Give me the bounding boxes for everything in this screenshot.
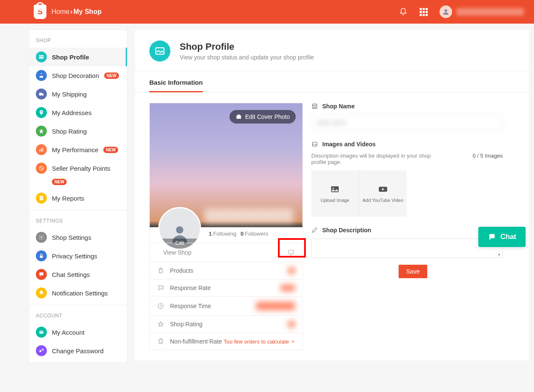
sidebar-section-settings: SETTINGS [29, 218, 127, 228]
images-hint: Description images will be displayed in … [311, 153, 438, 165]
cover-photo: Edit Cover Photo Edit [150, 103, 302, 227]
sidebar-item-label: My Shipping [52, 91, 87, 98]
clipboard-icon [157, 338, 165, 345]
chat-fab-button[interactable]: Chat [478, 227, 526, 247]
sidebar-item-label: Shop Rating [52, 128, 87, 135]
shop-name-label: Shop Name [311, 103, 515, 110]
svg-rect-7 [42, 148, 43, 151]
tabs-bar: Basic Information [135, 71, 529, 93]
chat-icon [36, 269, 47, 280]
gear-icon [36, 232, 47, 243]
sidebar-item-label: My Reports [52, 195, 84, 202]
sidebar-item-shop-settings[interactable]: Shop Settings [29, 228, 127, 247]
sidebar-item-label: Shop Settings [52, 234, 91, 241]
page-header: Shop Profile View your shop status and u… [135, 30, 529, 71]
svg-rect-6 [41, 149, 42, 152]
breadcrumb: Home › My Shop [51, 8, 102, 16]
breadcrumb-home[interactable]: Home [51, 8, 70, 16]
pencil-icon [311, 227, 318, 234]
shop-description-input[interactable]: ▴▾ [311, 239, 503, 258]
products-icon [157, 267, 165, 274]
sidebar-item-label: Seller Penalty Points [52, 165, 110, 172]
bell-settings-icon [36, 287, 47, 298]
penalty-icon [36, 163, 47, 174]
svg-point-22 [333, 188, 334, 189]
sidebar-item-label: Shop Decoration [52, 72, 99, 79]
add-youtube-button[interactable]: Add YouTube Video [359, 170, 407, 217]
sidebar-item-chat-settings[interactable]: Chat Settings [29, 265, 127, 284]
sidebar-item-shop-profile[interactable]: Shop Profile [29, 48, 127, 66]
svg-point-13 [39, 350, 41, 352]
shop-rating-value-redacted [288, 321, 295, 328]
apps-grid-icon[interactable] [419, 8, 428, 16]
youtube-icon [378, 184, 388, 194]
sidebar-section-account: ACCOUNT [29, 313, 127, 323]
camera-icon [235, 113, 242, 120]
svg-point-3 [42, 95, 43, 96]
new-badge: NEW [52, 179, 67, 185]
sidebar-item-label: Privacy Settings [52, 252, 97, 260]
sidebar-item-label: Chat Settings [52, 271, 90, 278]
sidebar-item-label: Change Password [52, 347, 104, 354]
lock-icon [36, 250, 47, 261]
sidebar-item-my-performance[interactable]: My Performance NEW [29, 140, 127, 159]
chat-stat-icon [157, 285, 165, 291]
svg-point-10 [40, 236, 42, 238]
username-redacted [456, 8, 524, 16]
monitor-icon [287, 249, 295, 256]
products-value-redacted [288, 267, 295, 274]
star-icon [157, 321, 165, 328]
svg-rect-12 [39, 331, 43, 334]
stat-products: Products [150, 262, 302, 279]
sidebar-item-privacy-settings[interactable]: Privacy Settings [29, 247, 127, 265]
clock-icon [157, 303, 165, 309]
sidebar-item-my-account[interactable]: My Account [29, 323, 127, 341]
sidebar-item-my-shipping[interactable]: My Shipping [29, 85, 127, 103]
breadcrumb-current: My Shop [73, 8, 102, 16]
page-subtitle: View your shop status and update your sh… [180, 54, 314, 61]
chat-bubble-icon [488, 233, 496, 241]
view-shop-row: View Shop [150, 243, 302, 262]
svg-rect-19 [159, 339, 162, 344]
decoration-icon [36, 70, 47, 81]
tab-basic-information[interactable]: Basic Information [149, 79, 203, 92]
image-icon [330, 184, 340, 194]
stat-nfr: Non-fulfillment Rate Too few orders to c… [150, 333, 302, 350]
avatar-icon [440, 5, 452, 18]
upload-image-button[interactable]: Upload Image [311, 170, 359, 217]
chevron-right-icon: › [70, 8, 73, 16]
sidebar-item-my-reports[interactable]: My Reports [29, 189, 127, 207]
sidebar-item-shop-decoration[interactable]: Shop Decoration NEW [29, 66, 127, 85]
address-icon [36, 107, 47, 118]
sidebar-item-label: Shop Profile [52, 54, 89, 61]
sidebar-item-my-addresses[interactable]: My Addresses [29, 103, 127, 122]
upload-box: Upload Image Add YouTube Video [311, 170, 407, 217]
account-menu[interactable] [440, 5, 524, 18]
view-shop-label: View Shop [163, 249, 191, 256]
preview-desktop-button[interactable] [287, 249, 295, 256]
sidebar-item-seller-penalty[interactable]: Seller Penalty Points NEW [29, 159, 127, 189]
svg-rect-17 [289, 250, 294, 254]
sidebar: SHOP Shop Profile Shop Decoration NEW My… [29, 30, 127, 363]
sidebar-item-shop-rating[interactable]: Shop Rating [29, 122, 127, 140]
svg-point-2 [40, 95, 40, 96]
storefront-icon [311, 103, 318, 110]
svg-point-0 [445, 9, 447, 12]
sidebar-section-shop: SHOP [29, 38, 127, 48]
images-videos-label: Images and Videos [311, 141, 515, 148]
svg-rect-14 [156, 48, 164, 54]
sidebar-item-notification-settings[interactable]: Notification Settings [29, 284, 127, 302]
svg-rect-11 [40, 255, 43, 258]
new-badge: NEW [103, 147, 118, 153]
page-header-icon [149, 40, 170, 62]
bell-icon[interactable] [399, 8, 407, 16]
edit-cover-button[interactable]: Edit Cover Photo [229, 110, 296, 124]
chevron-right-icon [291, 339, 295, 344]
shop-profile-icon [36, 51, 47, 62]
sidebar-item-change-password[interactable]: Change Password [29, 341, 127, 360]
performance-icon [36, 144, 47, 155]
sidebar-item-label: My Addresses [52, 109, 92, 116]
shopee-logo-icon[interactable]: S [34, 5, 46, 19]
save-button[interactable]: Save [399, 265, 427, 278]
shop-name-input[interactable] [311, 115, 503, 131]
